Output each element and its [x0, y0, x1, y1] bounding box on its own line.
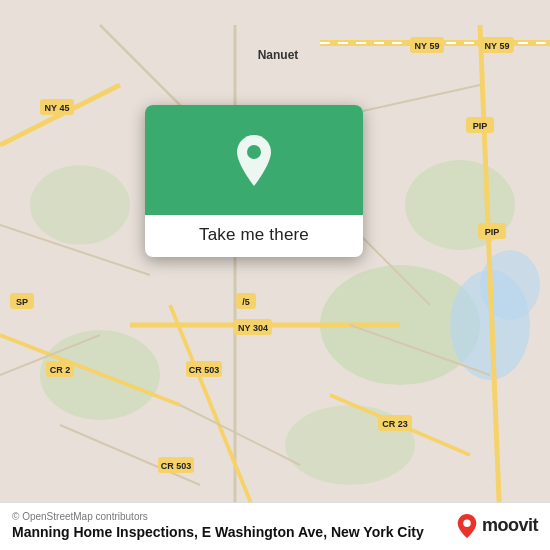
moovit-pin-icon [456, 513, 478, 539]
svg-text:CR 2: CR 2 [50, 365, 71, 375]
popup-card[interactable]: Take me there [145, 105, 363, 257]
svg-text:NY 45: NY 45 [45, 103, 70, 113]
take-me-there-label[interactable]: Take me there [199, 225, 309, 244]
svg-text:CR 23: CR 23 [382, 419, 408, 429]
moovit-logo[interactable]: moovit [456, 513, 538, 539]
bottom-left: © OpenStreetMap contributors Manning Hom… [12, 511, 424, 540]
svg-point-50 [247, 145, 261, 159]
svg-text:NY 59: NY 59 [485, 41, 510, 51]
popup-map-section [145, 105, 363, 215]
svg-text:SP: SP [16, 297, 28, 307]
map-container: NY 45 NY 59 NY 59 Nanuet PIP PIP SP NY 3… [0, 0, 550, 550]
svg-point-5 [30, 165, 130, 245]
svg-text:NY 59: NY 59 [415, 41, 440, 51]
moovit-logo-text: moovit [482, 515, 538, 536]
svg-text:PIP: PIP [473, 121, 488, 131]
svg-text:CR 503: CR 503 [189, 365, 220, 375]
bottom-bar: © OpenStreetMap contributors Manning Hom… [0, 502, 550, 550]
svg-text:Nanuet: Nanuet [258, 48, 299, 62]
svg-text:CR 503: CR 503 [161, 461, 192, 471]
map-background: NY 45 NY 59 NY 59 Nanuet PIP PIP SP NY 3… [0, 0, 550, 550]
svg-text:NY 304: NY 304 [238, 323, 268, 333]
attribution-text: © OpenStreetMap contributors [12, 511, 424, 522]
svg-point-51 [463, 519, 470, 526]
svg-rect-0 [0, 25, 550, 525]
popup-label-section[interactable]: Take me there [145, 215, 363, 257]
location-pin-icon [232, 133, 276, 188]
svg-text:/5: /5 [242, 297, 250, 307]
svg-text:PIP: PIP [485, 227, 500, 237]
place-name: Manning Home Inspections, E Washington A… [12, 524, 424, 540]
